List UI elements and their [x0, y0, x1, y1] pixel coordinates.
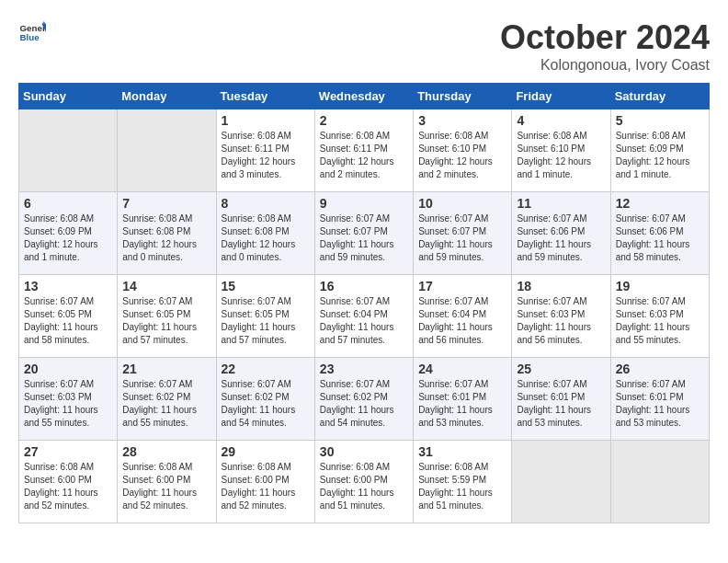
day-number: 7 [122, 196, 210, 211]
page-header: General Blue October 2024 Kolongonoua, I… [18, 18, 710, 74]
calendar-cell: 1Sunrise: 6:08 AM Sunset: 6:11 PM Daylig… [216, 109, 314, 192]
calendar-header-row: SundayMondayTuesdayWednesdayThursdayFrid… [19, 84, 710, 109]
calendar-cell: 27Sunrise: 6:08 AM Sunset: 6:00 PM Dayli… [19, 441, 118, 523]
day-number: 12 [616, 196, 704, 211]
day-number: 5 [616, 113, 704, 128]
calendar-cell: 28Sunrise: 6:08 AM Sunset: 6:00 PM Dayli… [118, 441, 216, 523]
day-number: 4 [517, 113, 605, 128]
calendar-table: SundayMondayTuesdayWednesdayThursdayFrid… [18, 83, 710, 523]
calendar-cell [610, 441, 709, 523]
calendar-cell: 6Sunrise: 6:08 AM Sunset: 6:09 PM Daylig… [19, 192, 118, 275]
day-number: 29 [222, 444, 310, 459]
cell-info: Sunrise: 6:07 AM Sunset: 6:01 PM Dayligh… [517, 378, 605, 430]
cell-info: Sunrise: 6:08 AM Sunset: 6:10 PM Dayligh… [418, 130, 506, 181]
day-number: 30 [320, 444, 408, 459]
day-number: 15 [222, 279, 310, 293]
col-header-monday: Monday [118, 84, 216, 109]
cell-info: Sunrise: 6:07 AM Sunset: 6:01 PM Dayligh… [616, 378, 704, 430]
cell-info: Sunrise: 6:07 AM Sunset: 6:05 PM Dayligh… [24, 295, 112, 347]
cell-info: Sunrise: 6:07 AM Sunset: 6:05 PM Dayligh… [222, 295, 310, 347]
calendar-cell: 20Sunrise: 6:07 AM Sunset: 6:03 PM Dayli… [19, 358, 118, 441]
calendar-cell: 30Sunrise: 6:08 AM Sunset: 6:00 PM Dayli… [314, 441, 413, 523]
day-number: 3 [418, 113, 506, 128]
cell-info: Sunrise: 6:07 AM Sunset: 6:03 PM Dayligh… [24, 378, 112, 430]
calendar-cell: 8Sunrise: 6:08 AM Sunset: 6:08 PM Daylig… [216, 192, 314, 275]
cell-info: Sunrise: 6:08 AM Sunset: 6:00 PM Dayligh… [222, 461, 310, 512]
week-row-1: 1Sunrise: 6:08 AM Sunset: 6:11 PM Daylig… [19, 109, 710, 192]
title-area: October 2024 Kolongonoua, Ivory Coast [500, 18, 710, 74]
month-title: October 2024 [500, 18, 710, 57]
cell-info: Sunrise: 6:07 AM Sunset: 6:01 PM Dayligh… [418, 378, 506, 430]
day-number: 27 [24, 444, 112, 459]
day-number: 9 [320, 196, 408, 211]
day-number: 13 [24, 279, 112, 293]
cell-info: Sunrise: 6:07 AM Sunset: 6:04 PM Dayligh… [320, 295, 408, 347]
calendar-cell: 10Sunrise: 6:07 AM Sunset: 6:07 PM Dayli… [414, 192, 512, 275]
calendar-cell: 11Sunrise: 6:07 AM Sunset: 6:06 PM Dayli… [512, 192, 610, 275]
day-number: 18 [517, 279, 605, 293]
calendar-cell: 19Sunrise: 6:07 AM Sunset: 6:03 PM Dayli… [610, 275, 709, 358]
cell-info: Sunrise: 6:07 AM Sunset: 6:03 PM Dayligh… [517, 295, 605, 347]
week-row-2: 6Sunrise: 6:08 AM Sunset: 6:09 PM Daylig… [19, 192, 710, 275]
day-number: 25 [517, 362, 605, 376]
calendar-cell: 13Sunrise: 6:07 AM Sunset: 6:05 PM Dayli… [19, 275, 118, 358]
logo-icon: General Blue [18, 18, 46, 46]
location-title: Kolongonoua, Ivory Coast [500, 57, 710, 74]
calendar-cell [512, 441, 610, 523]
cell-info: Sunrise: 6:07 AM Sunset: 6:03 PM Dayligh… [616, 295, 704, 347]
calendar-cell [19, 109, 118, 192]
week-row-4: 20Sunrise: 6:07 AM Sunset: 6:03 PM Dayli… [19, 358, 710, 441]
calendar-cell: 17Sunrise: 6:07 AM Sunset: 6:04 PM Dayli… [414, 275, 512, 358]
cell-info: Sunrise: 6:08 AM Sunset: 6:08 PM Dayligh… [122, 213, 210, 264]
calendar-cell: 12Sunrise: 6:07 AM Sunset: 6:06 PM Dayli… [610, 192, 709, 275]
cell-info: Sunrise: 6:07 AM Sunset: 6:05 PM Dayligh… [122, 295, 210, 347]
cell-info: Sunrise: 6:08 AM Sunset: 5:59 PM Dayligh… [418, 461, 506, 512]
day-number: 31 [418, 444, 506, 459]
calendar-cell: 14Sunrise: 6:07 AM Sunset: 6:05 PM Dayli… [118, 275, 216, 358]
week-row-3: 13Sunrise: 6:07 AM Sunset: 6:05 PM Dayli… [19, 275, 710, 358]
cell-info: Sunrise: 6:08 AM Sunset: 6:11 PM Dayligh… [222, 130, 310, 181]
calendar-cell: 29Sunrise: 6:08 AM Sunset: 6:00 PM Dayli… [216, 441, 314, 523]
day-number: 2 [320, 113, 408, 128]
cell-info: Sunrise: 6:07 AM Sunset: 6:04 PM Dayligh… [418, 295, 506, 347]
cell-info: Sunrise: 6:08 AM Sunset: 6:10 PM Dayligh… [517, 130, 605, 181]
cell-info: Sunrise: 6:07 AM Sunset: 6:02 PM Dayligh… [222, 378, 310, 430]
cell-info: Sunrise: 6:08 AM Sunset: 6:08 PM Dayligh… [222, 213, 310, 264]
day-number: 26 [616, 362, 704, 376]
day-number: 17 [418, 279, 506, 293]
day-number: 21 [122, 362, 210, 376]
calendar-cell: 15Sunrise: 6:07 AM Sunset: 6:05 PM Dayli… [216, 275, 314, 358]
calendar-cell: 9Sunrise: 6:07 AM Sunset: 6:07 PM Daylig… [314, 192, 413, 275]
day-number: 24 [418, 362, 506, 376]
day-number: 10 [418, 196, 506, 211]
calendar-cell: 18Sunrise: 6:07 AM Sunset: 6:03 PM Dayli… [512, 275, 610, 358]
cell-info: Sunrise: 6:08 AM Sunset: 6:00 PM Dayligh… [122, 461, 210, 512]
calendar-cell: 3Sunrise: 6:08 AM Sunset: 6:10 PM Daylig… [414, 109, 512, 192]
calendar-cell: 4Sunrise: 6:08 AM Sunset: 6:10 PM Daylig… [512, 109, 610, 192]
col-header-tuesday: Tuesday [216, 84, 314, 109]
calendar-cell: 23Sunrise: 6:07 AM Sunset: 6:02 PM Dayli… [314, 358, 413, 441]
day-number: 14 [122, 279, 210, 293]
cell-info: Sunrise: 6:07 AM Sunset: 6:07 PM Dayligh… [320, 213, 408, 264]
calendar-cell: 24Sunrise: 6:07 AM Sunset: 6:01 PM Dayli… [414, 358, 512, 441]
calendar-cell: 2Sunrise: 6:08 AM Sunset: 6:11 PM Daylig… [314, 109, 413, 192]
logo: General Blue [18, 18, 46, 46]
calendar-cell: 31Sunrise: 6:08 AM Sunset: 5:59 PM Dayli… [414, 441, 512, 523]
col-header-saturday: Saturday [610, 84, 709, 109]
cell-info: Sunrise: 6:08 AM Sunset: 6:00 PM Dayligh… [24, 461, 112, 512]
cell-info: Sunrise: 6:07 AM Sunset: 6:06 PM Dayligh… [517, 213, 605, 264]
day-number: 23 [320, 362, 408, 376]
cell-info: Sunrise: 6:08 AM Sunset: 6:11 PM Dayligh… [320, 130, 408, 181]
day-number: 16 [320, 279, 408, 293]
calendar-cell: 25Sunrise: 6:07 AM Sunset: 6:01 PM Dayli… [512, 358, 610, 441]
day-number: 22 [222, 362, 310, 376]
calendar-cell: 16Sunrise: 6:07 AM Sunset: 6:04 PM Dayli… [314, 275, 413, 358]
day-number: 1 [222, 113, 310, 128]
calendar-cell: 21Sunrise: 6:07 AM Sunset: 6:02 PM Dayli… [118, 358, 216, 441]
calendar-cell: 5Sunrise: 6:08 AM Sunset: 6:09 PM Daylig… [610, 109, 709, 192]
day-number: 28 [122, 444, 210, 459]
calendar-cell: 26Sunrise: 6:07 AM Sunset: 6:01 PM Dayli… [610, 358, 709, 441]
day-number: 20 [24, 362, 112, 376]
col-header-wednesday: Wednesday [314, 84, 413, 109]
cell-info: Sunrise: 6:08 AM Sunset: 6:00 PM Dayligh… [320, 461, 408, 512]
